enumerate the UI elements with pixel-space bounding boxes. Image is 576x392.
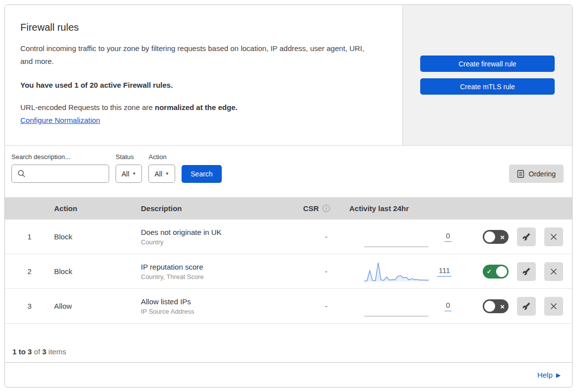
chevron-down-icon: ▼ <box>132 171 136 176</box>
page-title: Firewall rules <box>20 22 378 33</box>
info-icon[interactable]: i <box>322 205 330 212</box>
rule-enable-toggle[interactable]: ✓ × <box>483 265 509 279</box>
rule-description-cell: Allow listed IPs IP Source Address <box>141 297 303 315</box>
toggle-knob <box>484 231 495 242</box>
column-header-activity: Activity last 24hr <box>349 204 473 213</box>
header-section: Firewall rules Control incoming traffic … <box>5 5 572 146</box>
normalization-notice: URL-encoded Requests to this zone are no… <box>20 103 378 112</box>
activity-sparkline <box>364 226 429 248</box>
delete-rule-button[interactable] <box>544 227 563 246</box>
rule-fields: Country, Threat Score <box>141 273 303 280</box>
action-label: Action <box>148 153 175 161</box>
rule-description-cell: IP reputation score Country, Threat Scor… <box>141 263 303 280</box>
configure-normalization-link[interactable]: Configure Normalization <box>20 116 100 124</box>
search-button[interactable]: Search <box>182 165 222 183</box>
check-icon: ✓ <box>487 268 492 275</box>
search-field-group: Search description... <box>11 153 109 183</box>
rule-activity-cell: 111 <box>349 261 473 282</box>
rule-csr-value: - <box>303 267 349 276</box>
rule-enable-toggle[interactable]: ✓ × <box>483 299 509 313</box>
help-bar: Help ▶ <box>5 362 572 387</box>
column-header-csr: CSR i <box>303 204 349 213</box>
rule-activity-cell: 0 <box>349 226 473 248</box>
activity-sparkline <box>364 295 429 317</box>
firewall-rules-card: Firewall rules Control incoming traffic … <box>4 4 573 388</box>
help-link[interactable]: Help <box>537 371 553 379</box>
rule-enable-toggle[interactable]: ✓ × <box>483 230 509 244</box>
toggle-knob <box>484 301 495 312</box>
rule-priority: 3 <box>5 302 54 310</box>
create-mtls-rule-button[interactable]: Create mTLS rule <box>420 78 555 95</box>
rule-fields: IP Source Address <box>141 308 303 315</box>
rule-description: Allow listed IPs <box>141 297 303 306</box>
rule-action: Block <box>54 232 141 241</box>
pagination-items: items <box>46 347 66 356</box>
rule-csr-value: - <box>303 232 349 241</box>
rule-action: Block <box>54 267 141 276</box>
activity-sparkline <box>364 261 429 282</box>
ordering-button[interactable]: Ordering <box>509 165 564 183</box>
delete-rule-button[interactable] <box>544 262 563 281</box>
csr-label: CSR <box>303 204 319 213</box>
search-icon <box>17 169 26 178</box>
wrench-icon <box>522 302 530 310</box>
pagination-summary: 1 to 3 of 3 items <box>5 324 572 362</box>
filter-toolbar: Search description... Status All ▼ Actio… <box>5 146 572 197</box>
search-label: Search description... <box>11 153 109 161</box>
toggle-knob <box>496 266 507 277</box>
wrench-icon <box>522 268 530 276</box>
normalization-text: URL-encoded Requests to this zone are <box>20 103 155 112</box>
ordering-list-icon <box>517 170 524 178</box>
activity-count-link[interactable]: 111 <box>437 266 451 277</box>
table-row: 1 Block Does not originate in UK Country… <box>5 220 572 254</box>
pagination-of: of <box>32 347 42 356</box>
rule-fields: Country <box>141 238 303 246</box>
status-dropdown-value: All <box>122 170 129 178</box>
close-icon <box>550 268 558 276</box>
ordering-button-label: Ordering <box>529 170 556 178</box>
close-icon <box>550 302 558 310</box>
rule-priority: 2 <box>5 267 54 276</box>
activity-count-link[interactable]: 0 <box>445 301 451 311</box>
table-row: 2 Block IP reputation score Country, Thr… <box>5 254 572 289</box>
rule-csr-value: - <box>303 302 349 310</box>
rule-priority: 1 <box>5 232 54 241</box>
table-row: 3 Allow Allow listed IPs IP Source Addre… <box>5 289 572 324</box>
delete-rule-button[interactable] <box>544 297 563 316</box>
usage-notice: You have used 1 of 20 active Firewall ru… <box>20 81 378 89</box>
action-dropdown-value: All <box>154 170 162 178</box>
edit-rule-button[interactable] <box>517 297 536 316</box>
status-field-group: Status All ▼ <box>116 153 142 183</box>
column-header-description: Description <box>141 204 303 213</box>
rule-controls: ✓ × <box>473 227 572 246</box>
actions-panel: Create firewall rule Create mTLS rule <box>402 5 572 145</box>
rule-controls: ✓ × <box>473 297 572 316</box>
header-text-panel: Firewall rules Control incoming traffic … <box>5 5 402 145</box>
x-icon: × <box>500 302 505 310</box>
status-label: Status <box>116 153 142 161</box>
column-header-action: Action <box>54 204 141 213</box>
action-field-group: Action All ▼ <box>148 153 175 183</box>
status-dropdown[interactable]: All ▼ <box>116 165 142 183</box>
rule-description: IP reputation score <box>141 263 303 271</box>
rule-description: Does not originate in UK <box>141 228 303 236</box>
page-description: Control incoming traffic to your zone by… <box>20 42 378 68</box>
rule-action: Allow <box>54 302 141 310</box>
rule-controls: ✓ × <box>473 262 572 281</box>
edit-rule-button[interactable] <box>517 227 536 246</box>
activity-count-link[interactable]: 0 <box>445 231 451 242</box>
create-firewall-rule-button[interactable]: Create firewall rule <box>420 56 555 72</box>
search-box[interactable] <box>11 165 109 183</box>
rule-activity-cell: 0 <box>349 295 473 317</box>
wrench-icon <box>522 233 530 241</box>
table-header: Action Description CSR i Activity last 2… <box>5 197 572 220</box>
action-dropdown[interactable]: All ▼ <box>148 165 175 183</box>
help-arrow-icon[interactable]: ▶ <box>556 372 561 379</box>
close-icon <box>550 233 558 241</box>
pagination-range: 1 to 3 <box>12 347 32 356</box>
search-input[interactable] <box>26 169 109 178</box>
normalization-bold: normalized at the edge. <box>155 103 238 112</box>
chevron-down-icon: ▼ <box>165 171 169 176</box>
edit-rule-button[interactable] <box>517 262 536 281</box>
rule-description-cell: Does not originate in UK Country <box>141 228 303 246</box>
